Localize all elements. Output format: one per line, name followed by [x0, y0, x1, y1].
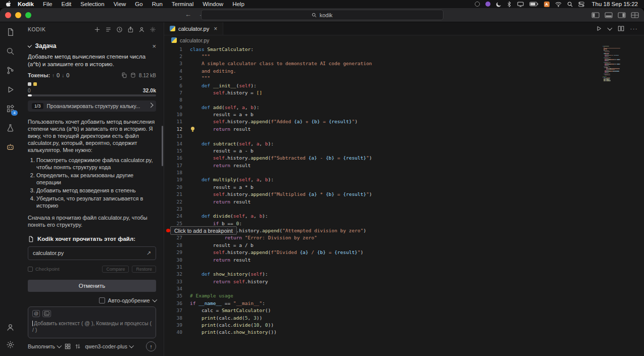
- line-number[interactable]: 31: [164, 264, 190, 270]
- menubar-purple-app-icon[interactable]: [485, 2, 490, 7]
- line-number[interactable]: 9: [164, 105, 190, 110]
- mention-chip[interactable]: @: [32, 310, 40, 317]
- menubar-clock[interactable]: Thu 18 Sep 15:22: [592, 1, 638, 7]
- code-line[interactable]: 7 self.history = []: [164, 89, 644, 96]
- line-number[interactable]: 33: [164, 279, 190, 284]
- line-number[interactable]: 22: [164, 199, 190, 205]
- menubar-control-center-icon[interactable]: [578, 2, 584, 7]
- menubar-a-app-icon[interactable]: A: [544, 2, 550, 7]
- code-line[interactable]: 26 self.history.append("Attempted divisi…: [164, 227, 644, 234]
- line-number[interactable]: 32: [164, 271, 190, 277]
- code-line[interactable]: 31: [164, 263, 644, 270]
- code-line[interactable]: 34: [164, 285, 644, 292]
- line-number[interactable]: 29: [164, 249, 190, 255]
- settings-gear-icon[interactable]: [5, 339, 16, 350]
- breadcrumb[interactable]: calculator.py: [164, 35, 644, 45]
- menubar-item-edit[interactable]: Edit: [57, 1, 76, 7]
- code-line[interactable]: 1class SmartCalculator:: [164, 45, 644, 53]
- account-circle-icon[interactable]: [138, 26, 145, 33]
- chevron-down-icon[interactable]: [28, 43, 32, 47]
- line-number[interactable]: 5: [164, 75, 190, 81]
- line-number[interactable]: 28: [164, 242, 190, 248]
- input-placeholder[interactable]: Добавить контекст ( @ ), Команды и проце…: [32, 320, 152, 334]
- code-line[interactable]: 15 result = a - b: [164, 147, 644, 154]
- code-line[interactable]: 38 print(calc.add(5, 3)): [164, 314, 644, 321]
- auto-approve-row[interactable]: Авто-одобрение: [28, 297, 156, 303]
- cancel-button[interactable]: Отменить: [28, 280, 156, 292]
- sidebar-settings-gear-icon[interactable]: [150, 26, 156, 33]
- menubar-item-window[interactable]: Window: [198, 1, 228, 7]
- code-line[interactable]: 10 result = a + b: [164, 111, 644, 118]
- menubar-item-selection[interactable]: Selection: [76, 1, 109, 7]
- code-line[interactable]: 2 """: [164, 53, 644, 60]
- extensions-icon[interactable]: 4: [5, 103, 16, 114]
- testing-flask-icon[interactable]: [5, 122, 16, 133]
- auto-approve-chevron-icon[interactable]: [152, 297, 157, 302]
- line-number[interactable]: 40: [164, 329, 190, 335]
- code-line[interactable]: 36if __name__ == "__main__":: [164, 299, 644, 307]
- code-line[interactable]: 27 return "Error: Division by zero": [164, 234, 644, 241]
- apple-menu-icon[interactable]: [6, 1, 11, 7]
- code-lines[interactable]: 1class SmartCalculator:2 """3 A simple c…: [164, 45, 644, 356]
- code-line[interactable]: 3 A simple calculator class to demonstra…: [164, 60, 644, 67]
- line-number[interactable]: 16: [164, 155, 190, 161]
- source-control-icon[interactable]: [5, 65, 16, 76]
- code-line[interactable]: 19 def multiply(self, a, b):: [164, 176, 644, 183]
- code-line[interactable]: 39 print(calc.divide(10, 0)): [164, 321, 644, 328]
- menubar-wifi-icon[interactable]: [555, 2, 562, 7]
- line-number[interactable]: 2: [164, 54, 190, 59]
- line-number[interactable]: 12: [164, 126, 190, 132]
- toggle-panel-icon[interactable]: [605, 12, 613, 18]
- line-number[interactable]: 35: [164, 293, 190, 298]
- split-editor-icon[interactable]: [618, 25, 624, 32]
- run-mode-dropdown[interactable]: Выполнить: [28, 343, 61, 349]
- chat-input[interactable]: @ Добавить контекст ( @ ), Команды и про…: [28, 307, 156, 338]
- todo-item[interactable]: 1/3 Проанализировать структуру кальку...: [28, 100, 156, 112]
- task-header[interactable]: Задача ×: [28, 42, 156, 49]
- menubar-item-go[interactable]: Go: [130, 1, 147, 7]
- customize-layout-icon[interactable]: [631, 12, 639, 18]
- line-number[interactable]: 36: [164, 300, 190, 306]
- code-line[interactable]: 28 result = a / b: [164, 241, 644, 248]
- tab-calculator-py[interactable]: calculator.py ×: [164, 22, 223, 35]
- code-line[interactable]: 22 return result: [164, 198, 644, 205]
- line-number[interactable]: 23: [164, 206, 190, 212]
- window-titlebar[interactable]: ← → kodik: [0, 8, 644, 22]
- code-line[interactable]: 11 self.history.append(f"Added {a} + {b}…: [164, 118, 644, 125]
- code-line[interactable]: 6 def __init__(self):: [164, 82, 644, 89]
- more-actions-icon[interactable]: ···: [630, 26, 638, 32]
- line-number[interactable]: 21: [164, 191, 190, 197]
- code-line[interactable]: 4 and editing.: [164, 67, 644, 74]
- line-number[interactable]: 14: [164, 141, 190, 146]
- compare-button[interactable]: Compare: [102, 266, 129, 273]
- code-line[interactable]: 20 result = a * b: [164, 183, 644, 190]
- run-debug-icon[interactable]: [5, 84, 16, 95]
- code-line[interactable]: 37 calc = SmartCalculator(): [164, 307, 644, 314]
- menubar-item-help[interactable]: Help: [228, 1, 249, 7]
- tab-close-icon[interactable]: ×: [214, 25, 217, 32]
- breakpoint-dot[interactable]: [166, 229, 170, 233]
- toggle-secondary-sidebar-icon[interactable]: [618, 12, 626, 18]
- back-arrow-icon[interactable]: ←: [185, 11, 191, 18]
- code-line[interactable]: 14 def subtract(self, a, b):: [164, 140, 644, 147]
- code-line[interactable]: 29 self.history.append(f"Divided {a} / {…: [164, 249, 644, 256]
- line-number[interactable]: 37: [164, 308, 190, 313]
- line-number[interactable]: 38: [164, 315, 190, 321]
- code-line[interactable]: 23: [164, 205, 644, 212]
- send-button[interactable]: ↑: [146, 341, 156, 351]
- line-number[interactable]: 4: [164, 68, 190, 74]
- code-line[interactable]: 16 self.history.append(f"Subtracted {a} …: [164, 155, 644, 162]
- model-dropdown[interactable]: qwen3-coder-plus: [85, 343, 133, 349]
- new-task-plus-icon[interactable]: [94, 26, 101, 33]
- menubar-moon-icon[interactable]: [496, 2, 502, 7]
- line-number[interactable]: 27: [164, 235, 190, 240]
- line-number[interactable]: 13: [164, 133, 190, 139]
- code-line[interactable]: 5 """: [164, 75, 644, 82]
- minimap[interactable]: [603, 46, 626, 82]
- line-number[interactable]: 25: [164, 221, 190, 226]
- code-line[interactable]: 18: [164, 169, 644, 176]
- line-number[interactable]: 3: [164, 61, 190, 66]
- line-number[interactable]: 34: [164, 286, 190, 291]
- line-number[interactable]: 15: [164, 148, 190, 154]
- run-file-icon[interactable]: [596, 25, 602, 32]
